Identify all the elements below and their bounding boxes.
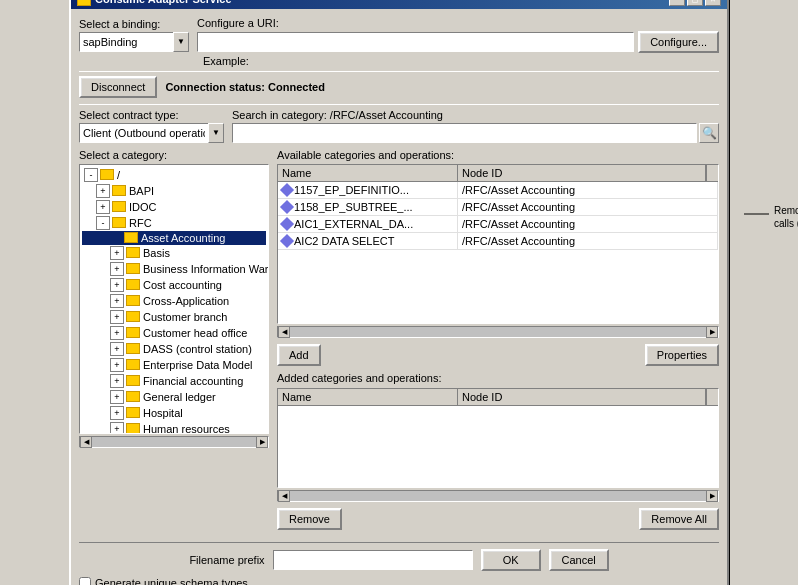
tree-item-rfc[interactable]: - RFC xyxy=(82,215,266,231)
tree-item-asset-accounting[interactable]: Asset Accounting xyxy=(82,231,266,245)
scroll-track-h[interactable] xyxy=(92,437,256,447)
bizinfo-label: Business Information Wareh xyxy=(143,263,269,275)
row1-name: 1157_EP_DEFINITIO... xyxy=(294,184,409,196)
bapi-expand[interactable]: + xyxy=(96,184,110,198)
tree-item-dass[interactable]: + DASS (control station) xyxy=(82,341,266,357)
available-table[interactable]: Name Node ID 1157_EP_DEFINITIO... /RFC/A… xyxy=(277,164,719,324)
basis-folder-icon xyxy=(126,247,140,258)
tree-item-cost-accounting[interactable]: + Cost accounting xyxy=(82,277,266,293)
basis-expand[interactable]: + xyxy=(110,246,124,260)
remove-all-button[interactable]: Remove All xyxy=(639,508,719,530)
tree-scrollbar-h[interactable]: ◀ ▶ xyxy=(79,436,269,448)
tree-item-customer-head[interactable]: + Customer head office xyxy=(82,325,266,341)
row1-nodeid: /RFC/Asset Accounting xyxy=(458,182,718,198)
contract-label: Select contract type: xyxy=(79,109,224,121)
table-row[interactable]: AIC1_EXTERNAL_DA... /RFC/Asset Accountin… xyxy=(278,216,718,233)
dass-expand[interactable]: + xyxy=(110,342,124,356)
tree-item-biz-info[interactable]: + Business Information Wareh xyxy=(82,261,266,277)
avail-scroll-left[interactable]: ◀ xyxy=(278,326,290,338)
scrollbar-placeholder xyxy=(706,165,718,181)
connection-status: Connection status: Connected xyxy=(165,81,325,93)
uri-input[interactable]: sap://CLIENT=800;LANG=EN;@a/EBIZIDES620/… xyxy=(197,32,634,52)
tree-item-cross-app[interactable]: + Cross-Application xyxy=(82,293,266,309)
idoc-folder-icon xyxy=(112,201,126,212)
generate-schema-label: Generate unique schema types xyxy=(95,577,248,586)
close-button[interactable]: ✕ xyxy=(705,0,721,6)
custhead-expand[interactable]: + xyxy=(110,326,124,340)
filename-input[interactable] xyxy=(273,550,473,570)
financial-expand[interactable]: + xyxy=(110,374,124,388)
contract-select[interactable]: Client (Outbound operation: xyxy=(79,123,224,143)
avail-scroll-right[interactable]: ▶ xyxy=(706,326,718,338)
tree-item-customer-branch[interactable]: + Customer branch xyxy=(82,309,266,325)
tree-item-basis[interactable]: + Basis xyxy=(82,245,266,261)
bapi-folder-icon xyxy=(112,185,126,196)
custbranch-expand[interactable]: + xyxy=(110,310,124,324)
added-table[interactable]: Name Node ID xyxy=(277,388,719,488)
search-input[interactable] xyxy=(232,123,697,143)
filename-label: Filename prefix xyxy=(189,554,264,566)
row2-name: 1158_EP_SUBTREE_... xyxy=(294,201,413,213)
tree-item-financial[interactable]: + Financial accounting xyxy=(82,373,266,389)
root-expand[interactable]: - xyxy=(84,168,98,182)
tree-item-bapi[interactable]: + BAPI xyxy=(82,183,266,199)
minimize-button[interactable]: — xyxy=(669,0,685,6)
rfc-expand[interactable]: - xyxy=(96,216,110,230)
humanres-folder-icon xyxy=(126,423,140,434)
crossapp-expand[interactable]: + xyxy=(110,294,124,308)
maximize-button[interactable]: □ xyxy=(687,0,703,6)
generate-schema-checkbox[interactable] xyxy=(79,577,91,586)
enterprise-expand[interactable]: + xyxy=(110,358,124,372)
properties-button[interactable]: Properties xyxy=(645,344,719,366)
available-scrollbar-h[interactable]: ◀ ▶ xyxy=(277,326,719,338)
scroll-left[interactable]: ◀ xyxy=(80,436,92,448)
hospital-expand[interactable]: + xyxy=(110,406,124,420)
add-button[interactable]: Add xyxy=(277,344,321,366)
enterprise-folder-icon xyxy=(126,359,140,370)
tree-item-enterprise[interactable]: + Enterprise Data Model xyxy=(82,357,266,373)
financial-folder-icon xyxy=(126,375,140,386)
added-scroll-right[interactable]: ▶ xyxy=(706,490,718,502)
ok-button[interactable]: OK xyxy=(481,549,541,571)
idoc-expand[interactable]: + xyxy=(96,200,110,214)
row3-name: AIC1_EXTERNAL_DA... xyxy=(294,218,413,230)
category-tree[interactable]: - / + BAPI + xyxy=(79,164,269,434)
tree-item-human-resources[interactable]: + Human resources xyxy=(82,421,266,434)
cost-folder-icon xyxy=(126,279,140,290)
enterprise-label: Enterprise Data Model xyxy=(143,359,252,371)
table-row[interactable]: 1158_EP_SUBTREE_... /RFC/Asset Accountin… xyxy=(278,199,718,216)
table-row[interactable]: 1157_EP_DEFINITIO... /RFC/Asset Accounti… xyxy=(278,182,718,199)
added-scroll-track[interactable] xyxy=(290,491,706,501)
cancel-button[interactable]: Cancel xyxy=(549,549,609,571)
asset-folder-icon xyxy=(124,232,138,243)
cost-expand[interactable]: + xyxy=(110,278,124,292)
title-bar: Consume Adapter Service — □ ✕ xyxy=(71,0,727,9)
tree-item-general-ledger[interactable]: + General ledger xyxy=(82,389,266,405)
tree-item-hospital[interactable]: + Hospital xyxy=(82,405,266,421)
scroll-right[interactable]: ▶ xyxy=(256,436,268,448)
rfc-label: RFC xyxy=(129,217,152,229)
avail-scroll-track[interactable] xyxy=(290,327,706,337)
category-label: Select a category: xyxy=(79,149,269,161)
dass-folder-icon xyxy=(126,343,140,354)
search-icon[interactable]: 🔍 xyxy=(699,123,719,143)
hospital-label: Hospital xyxy=(143,407,183,419)
disconnect-button[interactable]: Disconnect xyxy=(79,76,157,98)
row2-nodeid: /RFC/Asset Accounting xyxy=(458,199,718,215)
dass-label: DASS (control station) xyxy=(143,343,252,355)
bizinfo-expand[interactable]: + xyxy=(110,262,124,276)
generalledger-expand[interactable]: + xyxy=(110,390,124,404)
tree-item-idoc[interactable]: + IDOC xyxy=(82,199,266,215)
idoc-label: IDOC xyxy=(129,201,157,213)
table-row[interactable]: AIC2 DATA SELECT /RFC/Asset Accounting xyxy=(278,233,718,250)
remove-button[interactable]: Remove xyxy=(277,508,342,530)
financial-label: Financial accounting xyxy=(143,375,243,387)
configure-button[interactable]: Configure... xyxy=(638,31,719,53)
tree-item-root[interactable]: - / xyxy=(82,167,266,183)
humanres-expand[interactable]: + xyxy=(110,422,124,434)
added-scroll-left[interactable]: ◀ xyxy=(278,490,290,502)
added-scrollbar-h[interactable]: ◀ ▶ xyxy=(277,490,719,502)
asset-label: Asset Accounting xyxy=(141,232,225,244)
generalledger-folder-icon xyxy=(126,391,140,402)
binding-select[interactable]: sapBinding xyxy=(79,32,189,52)
